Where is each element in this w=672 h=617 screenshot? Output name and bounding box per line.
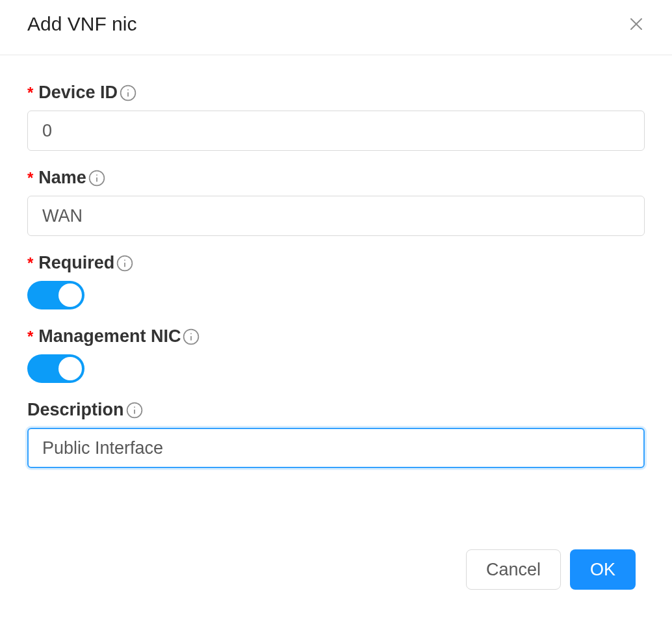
info-icon[interactable]: [183, 328, 200, 345]
device-id-label: Device ID: [38, 84, 118, 101]
required-star: *: [27, 170, 33, 186]
field-name: * Name: [27, 169, 645, 236]
required-toggle[interactable]: [27, 281, 84, 309]
management-nic-toggle[interactable]: [27, 354, 84, 383]
name-label: Name: [38, 169, 86, 187]
field-management-nic: * Management NIC: [27, 328, 645, 383]
field-description: Description: [27, 401, 645, 468]
description-label: Description: [27, 401, 124, 419]
name-input[interactable]: [27, 196, 645, 236]
description-input[interactable]: [27, 428, 645, 468]
management-nic-label: Management NIC: [38, 328, 181, 345]
add-vnf-nic-modal: Add VNF nic * Device ID: [0, 0, 672, 617]
svg-point-7: [96, 174, 97, 176]
modal-header: Add VNF nic: [0, 0, 672, 55]
field-required: * Required: [27, 254, 645, 309]
required-star: *: [27, 85, 33, 101]
required-label: Required: [38, 254, 114, 272]
field-device-id: * Device ID: [27, 84, 645, 151]
info-icon[interactable]: [120, 85, 136, 101]
required-star: *: [27, 329, 33, 345]
svg-point-13: [191, 333, 192, 334]
ok-button[interactable]: OK: [570, 549, 636, 590]
modal-body: * Device ID * Name: [0, 55, 672, 538]
close-icon[interactable]: [628, 16, 645, 33]
cancel-button[interactable]: Cancel: [466, 549, 561, 590]
svg-point-16: [134, 406, 135, 408]
svg-point-4: [127, 89, 129, 90]
switch-thumb: [58, 357, 82, 380]
info-icon[interactable]: [126, 402, 143, 419]
modal-title: Add VNF nic: [27, 13, 136, 35]
info-icon[interactable]: [116, 255, 133, 272]
switch-thumb: [58, 283, 82, 307]
device-id-input[interactable]: [27, 111, 645, 151]
svg-point-10: [125, 259, 126, 261]
modal-footer: Cancel OK: [0, 538, 672, 617]
info-icon[interactable]: [88, 170, 105, 187]
required-star: *: [27, 256, 33, 271]
